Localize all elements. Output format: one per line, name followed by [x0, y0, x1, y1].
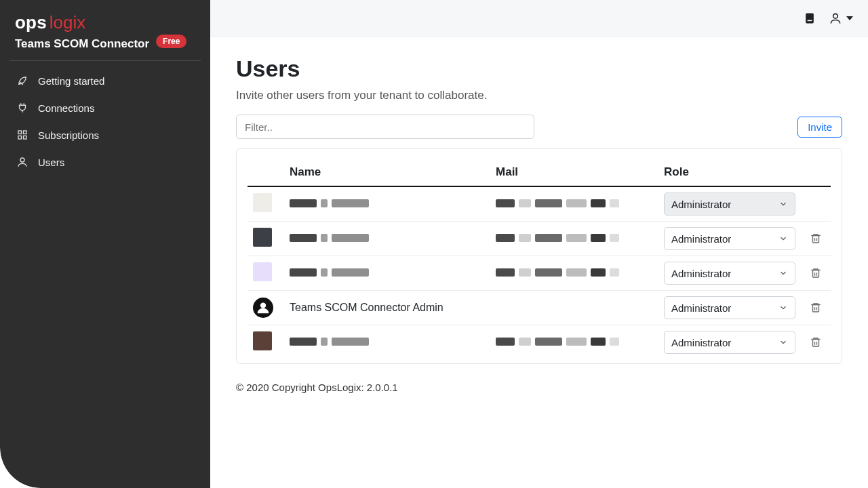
table-row: Administrator: [248, 186, 831, 222]
chevron-down-icon: [846, 16, 853, 20]
svg-rect-15: [813, 305, 819, 312]
avatar: [253, 193, 272, 212]
role-value: Administrator: [671, 199, 731, 210]
person-icon: [829, 12, 842, 25]
role-select[interactable]: Administrator: [664, 331, 795, 354]
user-menu[interactable]: [829, 12, 853, 25]
role-value: Administrator: [671, 268, 731, 279]
content: Users Invite other users from your tenan…: [210, 37, 868, 488]
rocket-icon: [16, 75, 28, 87]
avatar: [253, 298, 273, 318]
page-title: Users: [236, 56, 842, 82]
avatar: [253, 331, 272, 350]
role-value: Administrator: [671, 337, 731, 348]
svg-point-7: [833, 14, 838, 18]
plug-icon: [16, 102, 28, 114]
filter-input[interactable]: [236, 115, 534, 139]
docs-icon[interactable]: [803, 12, 816, 25]
col-name: Name: [284, 159, 490, 186]
users-toolbar: Invite: [236, 115, 842, 139]
invite-button[interactable]: Invite: [797, 117, 842, 138]
product-name: Teams SCOM Connector: [15, 37, 149, 51]
delete-user-button[interactable]: [806, 264, 825, 283]
col-avatar: [248, 159, 284, 186]
svg-rect-5: [806, 13, 814, 23]
svg-point-14: [260, 303, 266, 308]
svg-rect-2: [18, 136, 22, 140]
sidebar-item-label: Users: [38, 157, 64, 168]
col-role: Role: [658, 159, 801, 186]
sidebar-item-label: Subscriptions: [38, 129, 99, 141]
delete-user-button[interactable]: [806, 229, 825, 248]
svg-point-4: [20, 158, 24, 162]
svg-rect-3: [24, 136, 27, 140]
col-mail: Mail: [490, 159, 658, 186]
topbar: [210, 0, 868, 37]
sidebar-item-label: Getting started: [38, 75, 104, 87]
grid-icon: [16, 129, 28, 141]
users-card: Name Mail Role AdministratorAdministrato…: [236, 148, 842, 364]
avatar: [253, 262, 272, 281]
role-select[interactable]: Administrator: [664, 192, 795, 216]
role-value: Administrator: [671, 302, 731, 314]
svg-rect-1: [24, 131, 27, 134]
table-row: Administrator: [248, 256, 831, 291]
footer-text: © 2020 Copyright OpsLogix: 2.0.0.1: [236, 364, 842, 405]
chevron-down-icon: [778, 303, 788, 312]
svg-rect-18: [813, 340, 819, 347]
user-name: Teams SCOM Connector Admin: [290, 302, 443, 313]
sidebar-nav: Getting started Connections Subscription…: [9, 68, 201, 175]
sidebar-item-label: Connections: [38, 102, 94, 114]
table-row: Administrator: [248, 222, 831, 256]
role-select[interactable]: Administrator: [664, 227, 795, 250]
table-row: Teams SCOM Connector AdminAdministrator: [248, 291, 831, 325]
role-select[interactable]: Administrator: [664, 262, 795, 285]
col-actions: [801, 159, 831, 186]
chevron-down-icon: [778, 268, 788, 278]
page-subtitle: Invite other users from your tenant to c…: [236, 89, 842, 102]
role-select[interactable]: Administrator: [664, 296, 795, 319]
chevron-down-icon: [778, 338, 788, 347]
users-table: Name Mail Role AdministratorAdministrato…: [248, 159, 831, 359]
tier-badge: Free: [156, 35, 186, 48]
svg-rect-11: [813, 270, 819, 278]
svg-rect-0: [18, 131, 22, 134]
sidebar-item-getting-started[interactable]: Getting started: [9, 68, 201, 94]
brand-logix: logix: [50, 12, 85, 33]
person-icon: [16, 156, 28, 168]
role-value: Administrator: [671, 233, 731, 245]
avatar: [253, 228, 272, 247]
sidebar-item-connections[interactable]: Connections: [9, 95, 201, 121]
svg-rect-8: [813, 236, 819, 243]
delete-user-button[interactable]: [806, 333, 825, 352]
brand-ops: ops: [15, 12, 47, 33]
sidebar: opslogix Teams SCOM Connector Free Getti…: [0, 0, 210, 488]
sidebar-divider: [9, 60, 201, 61]
delete-user-button[interactable]: [806, 298, 825, 317]
chevron-down-icon: [778, 199, 788, 209]
main: Users Invite other users from your tenan…: [210, 0, 868, 488]
chevron-down-icon: [778, 234, 788, 243]
brand-logo: opslogix: [9, 12, 201, 33]
table-row: Administrator: [248, 325, 831, 360]
sidebar-item-subscriptions[interactable]: Subscriptions: [9, 122, 201, 148]
svg-rect-6: [808, 20, 812, 21]
sidebar-item-users[interactable]: Users: [9, 149, 201, 175]
